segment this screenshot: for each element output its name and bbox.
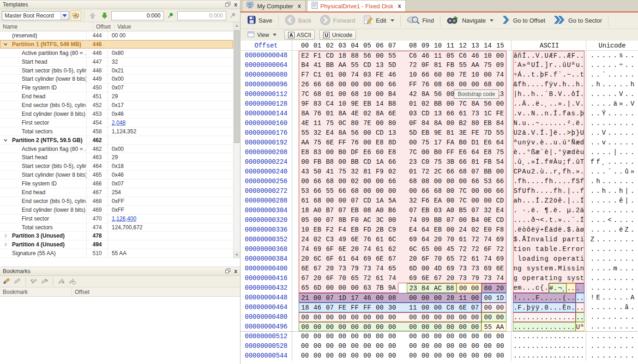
unicode-char-cell[interactable]: . <box>607 245 612 254</box>
hex-byte-cell[interactable]: 00 <box>373 186 386 196</box>
unicode-char-cell[interactable]: . <box>624 264 629 274</box>
ascii-char-cell[interactable]: . <box>580 332 584 341</box>
unicode-char-cell[interactable]: . <box>590 186 595 196</box>
unicode-char-cell[interactable]: . <box>624 341 629 351</box>
unicode-char-cell[interactable]: . <box>618 138 624 148</box>
hex-byte-cell[interactable]: 00 <box>469 80 482 90</box>
hex-byte-cell[interactable]: EB <box>482 119 494 128</box>
hex-byte-cell[interactable]: 00 <box>444 332 457 341</box>
ascii-char-cell[interactable]: v <box>553 80 558 90</box>
ascii-char-cell[interactable]: ¬ <box>535 215 540 225</box>
ascii-char-cell[interactable]: s <box>571 264 576 274</box>
hex-byte-cell[interactable]: 84 <box>419 119 432 128</box>
hex-byte-cell[interactable]: 56 <box>432 90 444 99</box>
ascii-char-cell[interactable]: þ <box>571 128 576 138</box>
unicode-char-cell[interactable]: . <box>613 215 618 225</box>
ascii-char-cell[interactable]: . <box>562 177 567 186</box>
hex-byte-cell[interactable]: 32 <box>407 196 419 206</box>
ascii-char-cell[interactable]: . <box>576 351 580 361</box>
ascii-char-cell[interactable]: . <box>566 351 571 361</box>
unicode-char-cell[interactable]: . <box>590 312 595 322</box>
unicode-char-cell[interactable]: . <box>595 186 601 196</box>
hex-byte-cell[interactable]: 00 <box>361 138 373 148</box>
ascii-char-cell[interactable]: . <box>522 283 526 293</box>
column-value[interactable]: Value <box>114 22 240 31</box>
hex-byte-cell[interactable]: 00 <box>373 51 386 60</box>
hex-byte-cell[interactable]: 6E <box>373 254 386 264</box>
hex-byte-cell[interactable]: 00 <box>444 351 457 361</box>
ascii-char-cell[interactable]: n <box>522 138 526 148</box>
hex-byte-cell[interactable]: A0 <box>373 206 386 215</box>
ascii-char-cell[interactable]: f <box>580 177 584 186</box>
unicode-char-cell[interactable]: . <box>624 60 629 70</box>
hex-byte-cell[interactable]: 76 <box>361 235 373 245</box>
ascii-char-cell[interactable]: Í <box>580 215 584 225</box>
hex-byte-cell[interactable]: 03 <box>432 206 444 215</box>
ascii-char-cell[interactable]: . <box>535 351 540 361</box>
unicode-char-cell[interactable]: . <box>624 99 629 109</box>
hex-byte-cell[interactable]: 75 <box>419 138 432 148</box>
unicode-char-cell[interactable]: . <box>624 312 629 322</box>
hex-byte-cell[interactable]: 00 <box>494 303 506 312</box>
hex-byte-cell[interactable]: FF <box>444 148 457 157</box>
template-field-row[interactable]: Partition 3 (Unused)478 <box>0 232 233 240</box>
hex-byte-cell[interactable]: CD <box>373 128 386 138</box>
hex-byte-cell[interactable]: 61 <box>336 254 349 264</box>
ascii-char-cell[interactable]: è <box>513 148 518 157</box>
unicode-char-cell[interactable]: . <box>624 90 629 99</box>
hex-byte-cell[interactable]: 00 <box>494 351 506 361</box>
ascii-char-cell[interactable]: . <box>526 332 531 341</box>
ascii-char-cell[interactable]: a <box>513 196 518 206</box>
hex-byte-cell[interactable]: 46 <box>361 293 373 303</box>
hex-byte-cell[interactable]: 3B <box>444 157 457 167</box>
hex-byte-cell[interactable]: 80 <box>469 119 482 128</box>
ascii-char-cell[interactable]: P <box>518 167 522 177</box>
ascii-char-cell[interactable]: F <box>571 51 576 60</box>
hex-byte-cell[interactable]: 20 <box>349 245 361 254</box>
hex-byte-cell[interactable]: 00 <box>494 312 506 322</box>
hex-byte-cell[interactable]: C6 <box>457 51 469 60</box>
ascii-char-cell[interactable]: û <box>576 157 580 167</box>
hex-byte-cell[interactable]: 64 <box>419 235 432 245</box>
unicode-char-cell[interactable]: . <box>595 341 601 351</box>
back-button[interactable]: Back <box>281 14 316 27</box>
hex-byte-cell[interactable]: 73 <box>482 274 494 283</box>
hex-byte-cell[interactable]: 81 <box>432 60 444 70</box>
ascii-char-cell[interactable]: Í <box>580 196 584 206</box>
unicode-char-cell[interactable]: . <box>595 225 601 235</box>
ascii-char-cell[interactable] <box>518 206 522 215</box>
hex-byte-cell[interactable]: 00 <box>299 322 311 331</box>
ascii-char-cell[interactable]: h <box>549 177 554 186</box>
unicode-char-cell[interactable]: . <box>624 206 629 215</box>
hex-byte-cell[interactable]: F9 <box>373 167 386 177</box>
ascii-char-cell[interactable]: t <box>544 274 549 283</box>
unicode-char-cell[interactable]: . <box>590 225 595 235</box>
unicode-char-cell[interactable]: . <box>613 177 618 186</box>
unicode-char-cell[interactable]: . <box>601 341 607 351</box>
ascii-char-cell[interactable]: ] <box>549 128 554 138</box>
ascii-char-cell[interactable]: µ <box>566 206 571 215</box>
template-offset-input[interactable]: 0:000 <box>111 11 164 20</box>
float-panel-icon[interactable] <box>225 268 230 274</box>
ascii-char-cell[interactable]: . <box>566 293 571 303</box>
ascii-char-cell[interactable]: . <box>518 322 522 331</box>
hex-byte-cell[interactable]: 80 <box>349 119 361 128</box>
hex-byte-cell[interactable]: 10 <box>299 225 311 235</box>
hex-byte-cell[interactable]: 9E <box>432 128 444 138</box>
ascii-char-cell[interactable]: A <box>518 60 522 70</box>
hex-byte-cell[interactable]: 00 <box>444 99 457 109</box>
hex-byte-cell[interactable]: 46 <box>311 303 324 312</box>
unicode-char-cell[interactable]: . <box>607 264 612 274</box>
unicode-char-cell[interactable]: . <box>630 51 635 60</box>
hex-byte-cell[interactable]: 72 <box>419 167 432 177</box>
ascii-char-cell[interactable]: r <box>553 167 558 177</box>
ascii-char-cell[interactable]: r <box>571 245 576 254</box>
ascii-char-cell[interactable]: æ <box>566 148 571 157</box>
unicode-char-cell[interactable]: . <box>624 332 629 341</box>
ascii-char-cell[interactable]: è <box>544 148 549 157</box>
unicode-char-cell[interactable]: . <box>630 138 635 148</box>
ascii-char-cell[interactable]: ø <box>580 225 584 235</box>
ascii-char-cell[interactable]: . <box>571 312 576 322</box>
hex-byte-cell[interactable]: 00 <box>482 303 494 312</box>
ascii-char-cell[interactable]: . <box>526 351 531 361</box>
